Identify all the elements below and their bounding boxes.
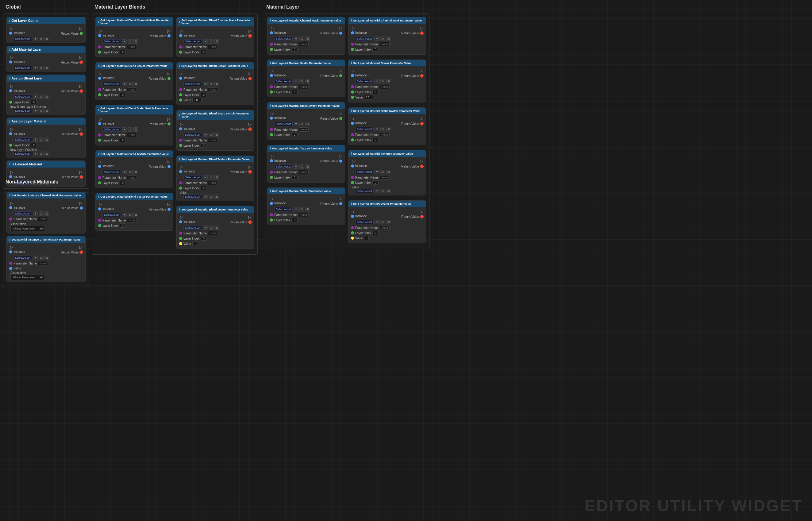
asset-btn3[interactable]: ⊠ [45,94,49,99]
select-asset-btn[interactable]: Select Asset [183,39,202,44]
select-asset-btn[interactable]: Select Asset [274,207,293,211]
asset-action-btn2[interactable]: ⊙ [39,37,44,41]
layer-index-input[interactable] [372,90,378,94]
instance-pin [9,61,12,64]
asset-btn3[interactable]: ⊠ [45,109,49,113]
function-icon: f [9,19,10,22]
layer-index-input[interactable] [201,186,207,190]
select-asset-btn[interactable]: Select Asset [274,122,293,126]
select-asset-btn[interactable]: Select Asset [102,127,121,132]
node-get-blend-vector: f Get Layered Material Blend Vector Para… [95,193,173,231]
select-asset-btn[interactable]: Select Asset [355,220,374,224]
layer-index-input[interactable] [120,223,126,228]
value-select-asset-btn[interactable]: Select Asset [355,189,374,193]
asset-btn2[interactable]: ⊙ [39,109,44,113]
asset-btn3[interactable]: ⊠ [45,137,49,142]
value-input[interactable] [192,242,197,246]
select-asset-button[interactable]: Select Asset [14,94,32,99]
layer-index-input[interactable] [201,50,207,54]
asset-btn1[interactable]: ▼ [33,152,38,156]
asset-btn1[interactable]: ▼ [33,94,38,99]
value-input[interactable] [192,98,202,102]
select-asset-btn[interactable]: Select Asset [355,127,374,131]
node-header-assign-blend: f Assign Blend Layer [7,75,85,82]
node-set-blend-channel-mask: f Set Layered Material Blend Channel Mas… [177,17,254,58]
select-asset-btn[interactable]: Select Asset [355,79,374,84]
exec-out: ▷ [78,245,83,249]
select-asset-btn[interactable]: Select Asset [355,170,374,174]
select-asset-button[interactable]: Select Asset [14,255,32,260]
layer-index-input[interactable] [292,175,298,180]
node-assign-layer-material: f Assign Layer Material ▷ ▷ Instance Ret… [6,117,86,158]
select-asset-btn[interactable]: Select Asset [102,39,121,44]
layer-index-input[interactable] [31,100,37,104]
asset-btn1[interactable]: ▼ [33,66,38,70]
select-asset-btn[interactable]: Select Asset [355,37,374,41]
blend-layer-select-asset[interactable]: Select Asset [14,109,32,113]
asset-btn3[interactable]: ⊠ [45,255,49,260]
layer-index-input[interactable] [201,236,207,241]
asset-btn2[interactable]: ⊙ [39,255,44,260]
select-asset-button[interactable]: Select Asset [14,211,32,216]
select-asset-btn[interactable]: Select Asset [183,175,202,180]
select-asset-btn[interactable]: Select Asset [274,37,293,41]
select-asset-btn[interactable]: Select Asset [183,82,202,86]
value-input[interactable] [364,236,369,240]
asset-btn1[interactable]: ▼ [33,211,38,216]
select-asset-btn[interactable]: Select Asset [183,226,202,230]
select-asset-btn[interactable]: Select Asset [274,164,293,169]
global-section: Global f Get Layer Count ▷ ▷ Instance [3,3,89,193]
layer-index-input[interactable] [201,143,207,148]
node-set-blend-static-switch: f Set Layered Material Blend Static Swit… [177,110,254,151]
layer-index-input[interactable] [120,50,126,54]
layer-index-input[interactable] [372,180,378,185]
asset-btn2[interactable]: ⊙ [39,94,44,99]
asset-btn1[interactable]: ▼ [33,109,38,113]
layer-index-input[interactable] [292,133,298,137]
layer-index-input[interactable] [201,93,207,97]
node-get-blend-channel-mask: f Get Layered Material Blend Channel Mas… [95,17,173,58]
layer-index-input[interactable] [120,138,126,142]
select-asset-btn[interactable]: Select Asset [102,170,121,174]
layer-index-input[interactable] [120,93,126,97]
select-asset-btn[interactable]: Select Asset [183,133,202,137]
select-asset-button[interactable]: Select Asset [14,37,32,41]
layer-get-column: f Get Layered Material Channel Mask Para… [267,17,345,246]
select-asset-button[interactable]: Select Asset [14,66,32,70]
asset-btn2[interactable]: ⊙ [39,137,44,142]
select-asset-button[interactable]: Select Asset [14,137,32,142]
asset-btn3[interactable]: ⊠ [45,152,49,156]
instance-pin [9,206,12,209]
watermark: EDITOR UTILITY WIDGET [584,496,803,515]
asset-action-btn3[interactable]: ⊠ [45,37,49,41]
select-asset-btn[interactable]: Select Asset [274,79,293,84]
layer-index-input[interactable] [372,47,378,51]
association-dropdown2[interactable]: Global Parameter [10,275,44,280]
asset-btn2[interactable]: ⊙ [39,152,44,156]
asset-btn3[interactable]: ⊠ [45,66,49,70]
layer-index-input[interactable] [292,90,298,94]
value-pin [9,267,12,270]
layer-index-input[interactable] [292,47,298,51]
layer-fn-select-asset[interactable]: Select Asset [14,152,32,156]
node-get-blend-texture: f Get Layered Material Blend Texture Par… [95,150,173,188]
layer-set-column: f Set Layered Material Channel Mask Para… [348,17,426,246]
select-asset-btn[interactable]: Select Asset [102,213,121,217]
layer-index-input[interactable] [372,231,378,235]
select-asset-btn[interactable]: Select Asset [102,82,121,86]
layer-index-input[interactable] [31,143,37,147]
association-dropdown[interactable]: Global Parameter [10,226,44,231]
asset-btn2[interactable]: ⊙ [39,66,44,70]
value-input[interactable] [364,95,373,99]
layer-index-input[interactable] [372,138,378,142]
value-select-asset-btn[interactable]: Select Asset [183,195,202,199]
asset-btn2[interactable]: ⊙ [39,211,44,216]
layer-index-input[interactable] [120,181,126,185]
asset-btn1[interactable]: ▼ [33,137,38,142]
layer-index-input[interactable] [292,218,298,222]
asset-btn3[interactable]: ⊠ [45,211,49,216]
asset-btn1[interactable]: ▼ [33,255,38,260]
layer-index-pin [9,143,12,147]
asset-action-btn1[interactable]: ▼ [33,37,38,41]
node-set-layer-vector: f Set Layered Material Vector Parameter … [348,200,426,243]
